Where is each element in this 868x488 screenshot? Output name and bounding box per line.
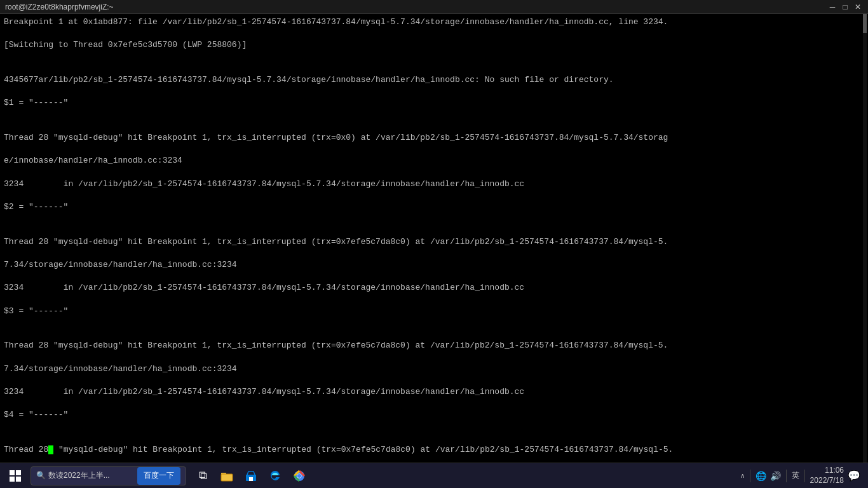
minimize-button[interactable]: ─ <box>827 2 837 12</box>
terminal-line: Breakpoint 1 at 0x1abd877: file /var/lib… <box>4 17 864 28</box>
start-button[interactable] <box>3 463 28 489</box>
system-tray: ∧ 🌐 🔊 英 11:06 2022/7/18 💬 <box>740 466 865 485</box>
edge-icon[interactable] <box>264 464 287 487</box>
titlebar-controls: ─ □ ✕ <box>827 2 863 12</box>
terminal-output[interactable]: Breakpoint 1 at 0x1abd877: file /var/lib… <box>0 14 868 463</box>
terminal-line: $2 = "------" <box>4 201 864 213</box>
terminal-line: 3234 in /var/lib/pb2/sb_1-2574574-161674… <box>4 282 864 294</box>
tray-separator-2 <box>786 470 787 482</box>
search-input[interactable] <box>48 471 137 480</box>
terminal-line: $4 = "------" <box>4 409 864 421</box>
terminal-line: 7.34/storage/innobase/handler/ha_innodb.… <box>4 363 864 375</box>
close-button[interactable]: ✕ <box>853 2 863 12</box>
search-icon: 🔍 <box>36 471 46 480</box>
terminal-line: 3234 in /var/lib/pb2/sb_1-2574574-161674… <box>4 179 864 190</box>
terminal-line: [Switching to Thread 0x7efe5c3d5700 (LWP… <box>4 39 864 51</box>
svg-rect-4 <box>249 477 253 481</box>
terminal-line: Thread 28 "mysqld-debug" hit Breakpoint … <box>4 236 864 248</box>
titlebar: root@iZ2ze0t8khaprpfvmevjiZ:~ ─ □ ✕ <box>0 0 868 14</box>
scrollbar[interactable] <box>863 14 867 463</box>
terminal-line: Thread 28 "mysqld-debug" hit Breakpoint … <box>4 444 864 456</box>
terminal-line: 3234 in /var/lib/pb2/sb_1-2574574-161674… <box>4 386 864 398</box>
language-indicator[interactable]: 英 <box>792 470 799 481</box>
tray-separator-3 <box>804 470 805 482</box>
svg-rect-1 <box>221 474 233 481</box>
terminal-line: Thread 28 "mysqld-debug" hit Breakpoint … <box>4 340 864 351</box>
clock-date: 2022/7/18 <box>810 476 844 486</box>
chrome-icon[interactable] <box>288 464 311 487</box>
network-icon[interactable]: 🌐 <box>756 471 766 481</box>
taskbar-search[interactable]: 🔍 百度一下 <box>31 466 186 485</box>
maximize-button[interactable]: □ <box>840 2 850 12</box>
baidu-search-button[interactable]: 百度一下 <box>137 467 180 485</box>
terminal-line: e/innobase/handler/ha_innodb.cc:3234 <box>4 155 864 166</box>
cursor <box>48 445 53 454</box>
svg-point-7 <box>297 474 301 478</box>
system-tray-expand[interactable]: ∧ <box>740 472 745 479</box>
file-explorer-icon[interactable] <box>215 464 238 487</box>
volume-icon[interactable]: 🔊 <box>770 471 781 481</box>
windows-icon <box>10 470 21 482</box>
taskbar: 🔍 百度一下 ⧉ <box>0 463 868 488</box>
taskbar-pinned-apps: ⧉ <box>189 463 313 489</box>
scrollbar-thumb[interactable] <box>863 14 867 33</box>
terminal-line: Thread 28 "mysqld-debug" hit Breakpoint … <box>4 132 864 144</box>
clock[interactable]: 11:06 2022/7/18 <box>810 466 844 485</box>
terminal-line: $1 = "------" <box>4 97 864 109</box>
terminal-line: 7.34/storage/innobase/handler/ha_innodb.… <box>4 259 864 271</box>
store-icon[interactable] <box>240 464 262 487</box>
terminal-line: 4345677ar/lib/pb2/sb_1-2574574-161674373… <box>4 74 864 86</box>
task-view-icon[interactable]: ⧉ <box>191 464 214 487</box>
notification-icon[interactable]: 💬 <box>848 470 860 482</box>
tray-separator <box>750 470 750 482</box>
terminal-line: $3 = "------" <box>4 306 864 317</box>
clock-time: 11:06 <box>810 466 844 476</box>
titlebar-title: root@iZ2ze0t8khaprpfvmevjiZ:~ <box>5 3 114 11</box>
